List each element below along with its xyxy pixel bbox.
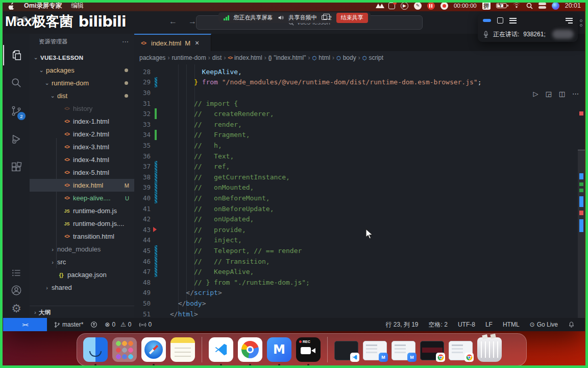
- tree-item-vue3-lesson[interactable]: ⌄VUE3-LESSON: [30, 51, 134, 64]
- panel-collapse-icon[interactable]: [566, 18, 573, 24]
- breadcrumb-item[interactable]: packages: [139, 54, 165, 61]
- code-line-50[interactable]: 50 </body>: [134, 298, 585, 309]
- play-circle-icon[interactable]: ▶: [401, 2, 408, 10]
- dock-item-minimized-window-chrome-2[interactable]: [449, 341, 473, 360]
- code-line-44[interactable]: 44 // inject,: [134, 235, 585, 246]
- code-line-42[interactable]: 42 // onUpdated,: [134, 214, 585, 224]
- tree-item-index-4-html[interactable]: <>index-4.html: [30, 153, 134, 166]
- explorer-more-icon[interactable]: ⋯: [122, 38, 129, 45]
- code-line-46[interactable]: 46 // // Transition,: [134, 256, 585, 267]
- code-line-35[interactable]: 35 // h,: [134, 140, 585, 151]
- tree-item-package-json[interactable]: {}package.json: [30, 268, 134, 281]
- publish-sync-icon[interactable]: [90, 321, 97, 328]
- dock-item-notes[interactable]: [170, 337, 195, 362]
- breadcrumb-item[interactable]: dist: [212, 54, 222, 61]
- cursor-position-item[interactable]: 行 23, 列 19: [386, 320, 419, 329]
- code-line-45[interactable]: 45 // Teleport, // == render: [134, 245, 585, 256]
- code-editor[interactable]: ▷ ◲ ◫ ⋯ 28 KeepAlive,29 } from "/node_mo…: [134, 64, 585, 318]
- breadcrumb-item[interactable]: ⬡html: [312, 54, 330, 61]
- tree-item-index-2-html[interactable]: <>index-2.html: [30, 128, 134, 141]
- code-line-32[interactable]: 32 // createRenderer,: [134, 108, 585, 119]
- encoding-item[interactable]: UTF-8: [458, 321, 475, 328]
- code-line-43[interactable]: 43 // provide,: [134, 224, 585, 235]
- dock-item-minimized-window-chrome-1[interactable]: [420, 341, 444, 360]
- dock-item-minimized-window-omi-1[interactable]: M: [363, 341, 387, 360]
- code-line-47[interactable]: 47 // KeepAlive,: [134, 266, 585, 277]
- search-view-icon[interactable]: [3, 73, 30, 93]
- eol-item[interactable]: LF: [485, 321, 493, 328]
- dock-item-minimized-window-omi-2[interactable]: M: [391, 341, 415, 360]
- tree-item-history[interactable]: <>history: [30, 102, 134, 115]
- tree-item-src[interactable]: ›src: [30, 256, 134, 268]
- breadcrumb-item[interactable]: <>index.html: [228, 54, 262, 61]
- editor-more-actions-icon[interactable]: ⋯: [572, 90, 579, 98]
- tree-item-index-3-html[interactable]: <>index-3.html: [30, 141, 134, 153]
- code-line-51[interactable]: 51</html>: [134, 309, 585, 318]
- golive-item[interactable]: ⊙ Go Live: [530, 321, 558, 328]
- notifications-bell-icon[interactable]: [568, 321, 575, 328]
- tree-item-transition-html[interactable]: <>transition.html: [30, 230, 134, 243]
- code-line-28[interactable]: 28 KeepAlive,: [134, 66, 585, 77]
- tab-close-icon[interactable]: ×: [195, 39, 199, 47]
- tree-item-index-html[interactable]: <>index.htmlM: [30, 179, 134, 192]
- tree-item-keep-alive-[interactable]: <>keep-alive....U: [30, 192, 134, 204]
- pause-circle-icon[interactable]: [427, 2, 435, 10]
- stop-sharing-button[interactable]: 结束共享: [336, 13, 368, 23]
- menubar-clock[interactable]: 20:01: [565, 2, 581, 9]
- open-changes-icon[interactable]: ▷: [533, 90, 538, 98]
- code-line-30[interactable]: 30: [134, 87, 585, 98]
- indentation-item[interactable]: 空格: 2: [429, 320, 448, 329]
- spotlight-search-icon[interactable]: [526, 2, 533, 10]
- problems-item[interactable]: ⊗0 ⚠0: [105, 321, 131, 328]
- panel-menu-icon[interactable]: [509, 18, 517, 24]
- account-icon[interactable]: [3, 280, 30, 301]
- screen-mirroring-icon[interactable]: [388, 2, 395, 10]
- open-preview-icon[interactable]: ◲: [545, 90, 551, 98]
- remote-indicator[interactable]: ><: [3, 318, 47, 331]
- explorer-icon[interactable]: [3, 45, 30, 65]
- split-editor-icon[interactable]: ◫: [559, 90, 565, 98]
- battery-icon[interactable]: ϟ: [496, 2, 507, 10]
- nav-forward-icon[interactable]: →: [188, 17, 197, 26]
- omi-logo-icon[interactable]: [376, 2, 383, 10]
- code-line-38[interactable]: 38 // getCurrentInstance,: [134, 172, 585, 182]
- code-line-29[interactable]: 29 } from "/node_modules/@vue/runtime-do…: [134, 77, 585, 88]
- source-control-icon[interactable]: 2: [3, 101, 30, 121]
- code-line-37[interactable]: 37 // ref,: [134, 161, 585, 172]
- tree-item-runtime-dom[interactable]: ⌄runtime-dom: [30, 77, 134, 89]
- siri-icon[interactable]: [552, 2, 559, 10]
- settings-gear-icon[interactable]: ⚙: [3, 298, 30, 319]
- input-method-icon[interactable]: 拼: [482, 2, 491, 10]
- layout-control-dots[interactable]: [580, 19, 582, 27]
- wifi-icon[interactable]: [512, 2, 521, 10]
- apple-menu-icon[interactable]: [8, 2, 15, 10]
- dock-item-trash[interactable]: [477, 337, 502, 362]
- code-line-49[interactable]: 49 </script>: [134, 288, 585, 298]
- dock-item-minimized-window-vscode[interactable]: [334, 341, 358, 360]
- dock-item-launchpad[interactable]: [112, 337, 137, 362]
- shared-windows-item[interactable]: 2: [322, 15, 332, 21]
- tab-index-html[interactable]: <> index.html M ×: [134, 34, 211, 51]
- dock-item-chrome[interactable]: [238, 337, 262, 362]
- annotate-circle-icon[interactable]: ✎: [414, 2, 422, 10]
- tree-item-runtime-dom-js-[interactable]: JSruntime-dom.js....: [30, 217, 134, 230]
- code-line-40[interactable]: 40 // onBeforeMount,: [134, 193, 585, 203]
- dock-item-screen-recorder[interactable]: REC: [296, 337, 321, 362]
- record-stop-icon[interactable]: [440, 2, 448, 10]
- code-line-48[interactable]: 48 // } from "./runtime-dom.js";: [134, 277, 585, 288]
- breadcrumb-item[interactable]: ⬡body: [336, 54, 356, 61]
- dock-item-vscode[interactable]: [209, 337, 233, 362]
- outline-section[interactable]: › 大纲: [30, 306, 134, 318]
- nav-back-icon[interactable]: ←: [169, 17, 177, 26]
- tree-item-runtime-dom-js[interactable]: JSruntime-dom.js: [30, 204, 134, 217]
- panel-window-icon[interactable]: [497, 17, 503, 24]
- code-line-36[interactable]: 36 // Text,: [134, 151, 585, 162]
- tree-item-index-1-html[interactable]: <>index-1.html: [30, 115, 134, 128]
- dock-item-omi[interactable]: M: [267, 337, 291, 362]
- tree-item-packages[interactable]: ⌄packages: [30, 64, 134, 77]
- menubar-app-name[interactable]: Omi录屏专家: [24, 2, 62, 10]
- code-line-39[interactable]: 39 // onMounted,: [134, 182, 585, 193]
- branch-item[interactable]: master*: [54, 321, 83, 328]
- panel-minimize-icon[interactable]: [483, 19, 491, 22]
- tree-item-shared[interactable]: ›shared: [30, 281, 134, 294]
